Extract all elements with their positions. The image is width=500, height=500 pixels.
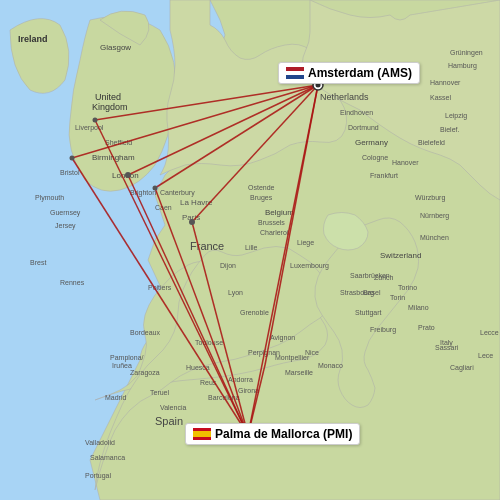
svg-text:Toulouse: Toulouse	[195, 339, 223, 346]
spain-flag	[193, 428, 211, 440]
svg-text:France: France	[190, 240, 224, 252]
svg-text:Bruges: Bruges	[250, 194, 273, 202]
svg-text:Eindhoven: Eindhoven	[340, 109, 373, 116]
svg-text:Zaragoza: Zaragoza	[130, 369, 160, 377]
pmi-airport-label[interactable]: Palma de Mallorca (PMI)	[185, 423, 360, 445]
ams-label-text: Amsterdam (AMS)	[308, 66, 412, 80]
svg-text:Valladolid: Valladolid	[85, 439, 115, 446]
svg-text:München: München	[420, 234, 449, 241]
svg-text:Torin: Torin	[390, 294, 405, 301]
svg-text:Hannover: Hannover	[430, 79, 461, 86]
svg-text:Spain: Spain	[155, 415, 183, 427]
svg-text:Lille: Lille	[245, 244, 258, 251]
svg-text:Cologne: Cologne	[362, 154, 388, 162]
svg-text:Salamanca: Salamanca	[90, 454, 125, 461]
svg-text:Rennes: Rennes	[60, 279, 85, 286]
svg-text:Prato: Prato	[418, 324, 435, 331]
svg-text:Dijon: Dijon	[220, 262, 236, 270]
svg-text:Bordeaux: Bordeaux	[130, 329, 160, 336]
svg-text:Lyon: Lyon	[228, 289, 243, 297]
ams-airport-label[interactable]: Amsterdam (AMS)	[278, 62, 420, 84]
svg-text:Avignon: Avignon	[270, 334, 295, 342]
svg-text:Lecce: Lecce	[480, 329, 499, 336]
svg-text:Lece: Lece	[478, 352, 493, 359]
svg-text:Monaco: Monaco	[318, 362, 343, 369]
svg-text:Portugal: Portugal	[85, 472, 112, 480]
pmi-label-text: Palma de Mallorca (PMI)	[215, 427, 352, 441]
svg-text:Ostende: Ostende	[248, 184, 275, 191]
map-container: Ireland United Kingdom Glasgow Liverpool…	[0, 0, 500, 500]
svg-text:Sassari: Sassari	[435, 344, 459, 351]
svg-text:Marseille: Marseille	[285, 369, 313, 376]
svg-text:Valencia: Valencia	[160, 404, 186, 411]
svg-text:Nice: Nice	[305, 349, 319, 356]
svg-text:Hanover: Hanover	[392, 159, 419, 166]
svg-text:Andorra: Andorra	[228, 376, 253, 383]
svg-text:Pamplona/: Pamplona/	[110, 354, 144, 362]
svg-text:Luxembourg: Luxembourg	[290, 262, 329, 270]
svg-text:Brighton: Brighton	[130, 189, 156, 197]
svg-point-108	[70, 156, 75, 161]
svg-point-110	[153, 186, 158, 191]
svg-text:Milano: Milano	[408, 304, 429, 311]
svg-text:Cagliari: Cagliari	[450, 364, 474, 372]
netherlands-flag	[286, 67, 304, 79]
svg-text:Grenoble: Grenoble	[240, 309, 269, 316]
svg-text:Liege: Liege	[297, 239, 314, 247]
svg-text:Switzerland: Switzerland	[380, 251, 421, 260]
svg-text:Freiburg: Freiburg	[370, 326, 396, 334]
svg-text:Charleroi: Charleroi	[260, 229, 289, 236]
svg-text:Belgium: Belgium	[265, 208, 294, 217]
svg-point-111	[189, 219, 195, 225]
svg-text:Bristol: Bristol	[60, 169, 80, 176]
svg-text:Madrid: Madrid	[105, 394, 127, 401]
svg-text:Germany: Germany	[355, 138, 388, 147]
svg-text:United: United	[95, 92, 121, 102]
svg-text:Würzburg: Würzburg	[415, 194, 445, 202]
svg-text:Bielef.: Bielef.	[440, 126, 460, 133]
svg-text:Stuttgart: Stuttgart	[355, 309, 382, 317]
svg-text:Leipzig: Leipzig	[445, 112, 467, 120]
svg-text:Hamburg: Hamburg	[448, 62, 477, 70]
svg-text:Plymouth: Plymouth	[35, 194, 64, 202]
svg-text:Kassel: Kassel	[430, 94, 451, 101]
svg-text:Poitiers: Poitiers	[148, 284, 172, 291]
svg-text:Ireland: Ireland	[18, 34, 48, 44]
svg-text:Iruñea: Iruñea	[112, 362, 132, 369]
svg-text:Glasgow: Glasgow	[100, 43, 131, 52]
svg-text:Dortmund: Dortmund	[348, 124, 379, 131]
svg-text:Bielefeld: Bielefeld	[418, 139, 445, 146]
svg-text:La Havre: La Havre	[180, 198, 213, 207]
svg-text:Jersey: Jersey	[55, 222, 76, 230]
svg-text:Saarbrücken: Saarbrücken	[350, 272, 390, 279]
svg-point-107	[125, 172, 131, 178]
svg-text:Brest: Brest	[30, 259, 46, 266]
svg-text:Canterbury: Canterbury	[160, 189, 195, 197]
svg-text:Teruel: Teruel	[150, 389, 170, 396]
svg-text:Netherlands: Netherlands	[320, 92, 369, 102]
svg-text:Nürnberg: Nürnberg	[420, 212, 449, 220]
svg-text:Frankfurt: Frankfurt	[370, 172, 398, 179]
svg-text:Kingdom: Kingdom	[92, 102, 128, 112]
svg-text:Torino: Torino	[398, 284, 417, 291]
svg-text:Guernsey: Guernsey	[50, 209, 81, 217]
svg-text:Brussels: Brussels	[258, 219, 285, 226]
svg-point-109	[93, 118, 98, 123]
svg-text:Strasbourg: Strasbourg	[340, 289, 374, 297]
svg-text:Grüningen: Grüningen	[450, 49, 483, 57]
